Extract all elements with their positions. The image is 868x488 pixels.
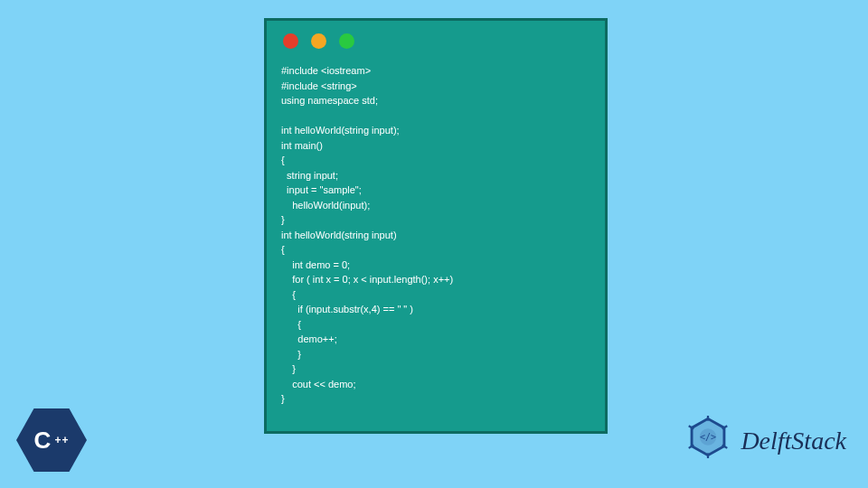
minimize-icon: [311, 33, 326, 49]
code-block: #include <iostream> #include <string> us…: [281, 63, 590, 407]
delftstack-text: DelftStack: [741, 427, 846, 455]
gear-icon: </>: [683, 416, 733, 466]
traffic-lights: [283, 33, 590, 49]
maximize-icon: [339, 33, 354, 49]
cpp-hexagon-icon: C ++: [16, 405, 87, 475]
svg-text:</>: </>: [700, 432, 716, 442]
delftstack-logo: </> DelftStack: [683, 416, 846, 466]
cpp-badge: C ++: [16, 405, 87, 475]
cpp-letter: C: [34, 427, 52, 455]
cpp-plus: ++: [54, 436, 69, 445]
code-window: #include <iostream> #include <string> us…: [264, 18, 608, 434]
close-icon: [283, 33, 298, 49]
